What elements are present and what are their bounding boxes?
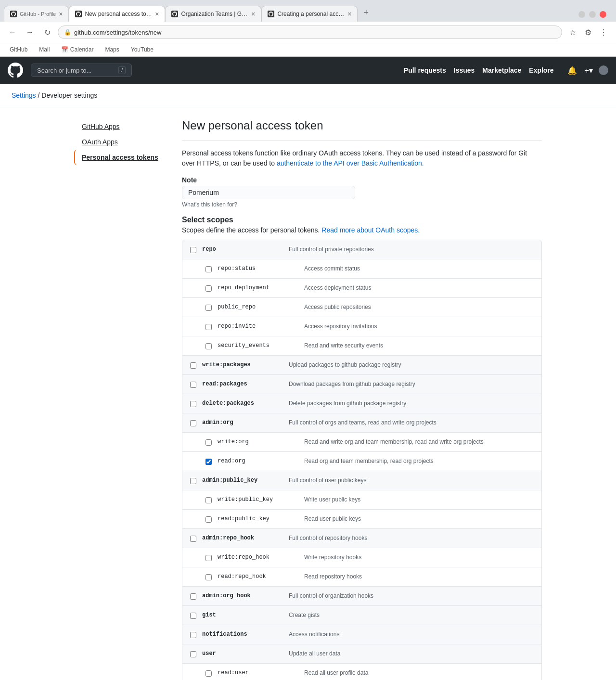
search-box[interactable]: Search or jump to... /	[31, 64, 132, 77]
scope-checkbox-admin-org[interactable]	[190, 420, 196, 426]
tab-favicon-4	[268, 11, 274, 17]
browser-tab-2[interactable]: New personal access token ×	[69, 6, 165, 22]
back-button[interactable]: ←	[6, 26, 19, 39]
scope-desc-user: Update all user data	[289, 650, 534, 657]
tab-favicon-1	[10, 11, 17, 17]
scope-name-read-public-key: read:public_key	[218, 515, 304, 522]
scope-checkbox-repo-invite[interactable]	[205, 324, 212, 330]
scope-checkbox-write-public-key[interactable]	[205, 497, 212, 503]
github-logo[interactable]	[8, 63, 23, 78]
scope-row-read-user: read:user Read all user profile data	[182, 664, 541, 680]
scope-checkbox-write-packages[interactable]	[190, 362, 196, 369]
scope-name-read-packages: read:packages	[202, 381, 289, 387]
tab-title-3: Organization Teams | GitHub	[181, 11, 248, 17]
scope-name-write-org: write:org	[218, 438, 304, 445]
scope-checkbox-read-org[interactable]	[205, 459, 212, 465]
scope-desc-write-repo-hook: Write repository hooks	[304, 554, 534, 561]
breadcrumb-settings[interactable]: Settings	[12, 91, 36, 99]
sidebar-item-personal-access-tokens[interactable]: Personal access tokens	[74, 150, 170, 165]
tab-title-1: GitHub - Profile	[20, 11, 56, 17]
tab-favicon-3	[171, 11, 178, 17]
window-close[interactable]	[600, 11, 606, 18]
scope-checkbox-delete-packages[interactable]	[190, 401, 196, 407]
scope-desc-gist: Create gists	[289, 612, 534, 618]
note-label: Note	[182, 176, 542, 184]
scope-checkbox-notifications[interactable]	[190, 632, 196, 638]
bookmark-4[interactable]: Maps	[101, 45, 123, 54]
reload-button[interactable]: ↻	[40, 26, 54, 39]
bookmark-button[interactable]: ☆	[566, 26, 579, 39]
sidebar-item-oauth-apps[interactable]: OAuth Apps	[74, 134, 170, 150]
scope-desc-admin-org: Full control of orgs and teams, read and…	[289, 419, 534, 426]
window-minimize[interactable]	[578, 11, 585, 18]
scope-row-gist: gist Create gists	[182, 606, 541, 625]
tab-close-4[interactable]: ×	[347, 10, 351, 18]
scope-checkbox-user[interactable]	[190, 651, 196, 657]
tab-title-4: Creating a personal access to...	[277, 11, 345, 17]
scope-row-repo: repo Full control of private repositorie…	[182, 240, 541, 259]
browser-tab-1[interactable]: GitHub - Profile ×	[4, 6, 69, 22]
browser-tab-3[interactable]: Organization Teams | GitHub ×	[165, 6, 261, 22]
sidebar-item-github-apps[interactable]: GitHub Apps	[74, 119, 170, 134]
note-form-group: Note What's this token for?	[182, 176, 542, 208]
new-tab-button[interactable]: +	[358, 4, 374, 22]
scope-row-repo-invite: repo:invite Access repository invitation…	[182, 317, 541, 336]
bookmark-2[interactable]: Mail	[35, 45, 53, 54]
bookmark-1[interactable]: GitHub	[6, 45, 31, 54]
bookmark-5[interactable]: YouTube	[127, 45, 157, 54]
address-bar[interactable]: 🔒 github.com/settings/tokens/new	[58, 26, 562, 39]
new-item-icon[interactable]: +▾	[583, 64, 595, 77]
menu-button[interactable]: ⋮	[597, 26, 610, 39]
page-description: Personal access tokens function like ord…	[182, 148, 542, 168]
scope-checkbox-write-repo-hook[interactable]	[205, 555, 212, 561]
scope-checkbox-repo-deployment[interactable]	[205, 285, 212, 292]
description-link[interactable]: authenticate to the API over Basic Authe…	[277, 159, 424, 167]
scope-name-read-org: read:org	[218, 458, 304, 464]
scope-checkbox-repo[interactable]	[190, 247, 196, 253]
scope-desc-public-repo: Access public repositories	[304, 304, 534, 310]
scopes-table: repo Full control of private repositorie…	[182, 240, 542, 680]
bookmark-3[interactable]: 📅 Calendar	[57, 45, 97, 54]
scope-checkbox-write-org[interactable]	[205, 439, 212, 446]
scope-name-repo-invite: repo:invite	[218, 323, 304, 330]
scope-row-repo-deployment: repo_deployment Access deployment status	[182, 279, 541, 298]
scope-name-public-repo: public_repo	[218, 304, 304, 310]
scope-checkbox-security-events[interactable]	[205, 343, 212, 349]
scope-checkbox-read-public-key[interactable]	[205, 516, 212, 523]
nav-pull-requests[interactable]: Pull requests	[404, 66, 446, 74]
scope-desc-read-user: Read all user profile data	[304, 669, 534, 676]
tab-close-2[interactable]: ×	[155, 10, 159, 18]
extension-button[interactable]: ⚙	[581, 26, 595, 39]
nav-issues[interactable]: Issues	[454, 66, 475, 74]
tab-favicon-2	[75, 11, 82, 17]
user-avatar[interactable]	[599, 65, 608, 75]
scope-checkbox-public-repo[interactable]	[205, 305, 212, 311]
tab-close-3[interactable]: ×	[251, 10, 255, 18]
scopes-link[interactable]: Read more about OAuth scopes.	[321, 226, 420, 234]
browser-tab-4[interactable]: Creating a personal access to... ×	[261, 6, 358, 22]
scope-desc-write-packages: Upload packages to github package regist…	[289, 361, 534, 368]
scope-checkbox-read-repo-hook[interactable]	[205, 574, 212, 580]
scope-checkbox-admin-public-key[interactable]	[190, 478, 196, 484]
scope-checkbox-admin-org-hook[interactable]	[190, 593, 196, 600]
window-maximize[interactable]	[589, 11, 596, 18]
scope-desc-repo-deployment: Access deployment status	[304, 284, 534, 291]
tab-close-1[interactable]: ×	[59, 10, 63, 18]
scope-checkbox-read-packages[interactable]	[190, 382, 196, 388]
breadcrumb-developer-settings: Developer settings	[41, 91, 97, 99]
scope-desc-notifications: Access notifications	[289, 631, 534, 638]
github-header: Search or jump to... / Pull requests Iss…	[0, 57, 616, 84]
note-sublabel: What's this token for?	[182, 201, 542, 208]
scope-name-delete-packages: delete:packages	[202, 400, 289, 407]
notifications-icon[interactable]: 🔔	[565, 64, 579, 77]
nav-marketplace[interactable]: Marketplace	[482, 66, 521, 74]
search-placeholder: Search or jump to...	[37, 67, 91, 74]
note-input[interactable]	[182, 186, 355, 199]
forward-button[interactable]: →	[23, 26, 37, 39]
nav-explore[interactable]: Explore	[529, 66, 553, 74]
scope-checkbox-admin-repo-hook[interactable]	[190, 536, 196, 542]
scope-desc-delete-packages: Delete packages from github package regi…	[289, 400, 534, 407]
scope-checkbox-read-user[interactable]	[205, 670, 212, 677]
scope-checkbox-repo-status[interactable]	[205, 266, 212, 272]
scope-checkbox-gist[interactable]	[190, 613, 196, 619]
